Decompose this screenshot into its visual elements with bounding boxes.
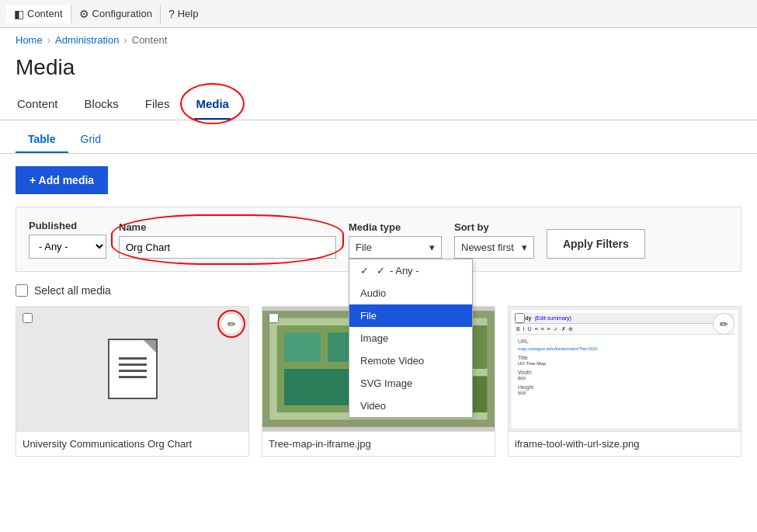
media-type-label: Media type [349, 221, 442, 233]
media-type-dropdown-wrap: File ▾ ✓ - Any - Audio File Image [349, 236, 442, 259]
nav-configuration[interactable]: ⚙ Configuration [71, 5, 161, 23]
media-thumb: Body (Edit summary) B I U ≡ ≡ ≡ ✓ ✗ ⊕ UR… [509, 307, 741, 431]
dropdown-item-audio[interactable]: Audio [349, 282, 472, 304]
sort-filter-group: Sort by Newest first ▾ [454, 221, 534, 259]
chevron-down-icon: ▾ [522, 242, 527, 253]
published-label: Published [29, 220, 106, 231]
media-card-edit-button[interactable]: ✏ [221, 313, 242, 335]
dropdown-item-svg-image[interactable]: SVG Image [349, 372, 472, 395]
add-media-button[interactable]: + Add media [16, 166, 108, 194]
media-card-checkbox[interactable] [269, 313, 279, 323]
media-card-label: iframe-tool-with-url-size.png [509, 431, 741, 456]
dropdown-item-file[interactable]: File [349, 304, 472, 327]
sort-by-value: Newest first [461, 242, 514, 253]
name-input[interactable] [119, 236, 336, 259]
media-card: ✏ University Communications Org Chart [16, 306, 249, 457]
subnav-media-label: Media [196, 97, 229, 110]
top-navigation: ◧ Content ⚙ Configuration ? Help [0, 0, 757, 28]
media-card-label: University Communications Org Chart [16, 431, 248, 456]
nav-configuration-label: Configuration [92, 8, 152, 19]
select-all-checkbox[interactable] [16, 284, 28, 297]
media-thumb: ✏ [16, 307, 248, 431]
nav-help-label: Help [178, 8, 199, 19]
dropdown-item-any[interactable]: ✓ - Any - [349, 259, 472, 282]
svg-rect-6 [284, 332, 321, 361]
filter-row: Published - Any - Name Media type File ▾… [16, 207, 741, 272]
published-filter-group: Published - Any - [29, 220, 106, 259]
breadcrumb-administration[interactable]: Administration [55, 34, 119, 46]
sort-by-label: Sort by [454, 221, 534, 233]
checkmark-icon: ✓ [377, 265, 385, 276]
media-type-trigger[interactable]: File ▾ [349, 236, 442, 259]
chevron-down-icon: ▾ [429, 242, 435, 253]
apply-filters-button[interactable]: Apply Filters [547, 229, 645, 259]
breadcrumb-home[interactable]: Home [16, 34, 43, 46]
name-label: Name [119, 221, 336, 233]
nav-content-label: Content [27, 8, 63, 19]
select-all-label: Select all media [34, 284, 111, 297]
content-icon: ◧ [14, 8, 24, 20]
media-type-menu: ✓ - Any - Audio File Image Remote Video … [349, 259, 473, 418]
breadcrumb: Home › Administration › Content [0, 28, 757, 52]
configuration-icon: ⚙ [79, 8, 89, 20]
subnav-blocks[interactable]: Blocks [83, 89, 120, 120]
dropdown-item-remote-video[interactable]: Remote Video [349, 349, 472, 372]
published-select[interactable]: - Any - [29, 235, 106, 259]
subnav-content[interactable]: Content [16, 89, 60, 120]
subnav-media[interactable]: Media [194, 89, 231, 120]
page-title: Media [0, 52, 757, 89]
doc-preview [108, 339, 158, 399]
media-card: Body (Edit summary) B I U ≡ ≡ ≡ ✓ ✗ ⊕ UR… [508, 306, 741, 457]
subnav-files[interactable]: Files [144, 89, 172, 120]
media-type-value: File [356, 242, 372, 253]
help-icon: ? [168, 8, 175, 20]
dropdown-item-image[interactable]: Image [349, 327, 472, 349]
tab-grid[interactable]: Grid [68, 127, 113, 153]
media-card-checkbox[interactable] [515, 313, 525, 323]
media-card-edit-button-3[interactable]: ✏ [713, 313, 734, 335]
name-filter-group: Name [119, 221, 336, 259]
tab-table[interactable]: Table [16, 127, 68, 153]
media-type-filter-group: Media type File ▾ ✓ - Any - Audio File [349, 221, 442, 259]
nav-content[interactable]: ◧ Content [6, 5, 71, 23]
breadcrumb-current: Content [132, 34, 168, 46]
sort-by-select[interactable]: Newest first ▾ [454, 236, 534, 259]
sub-navigation: Content Blocks Files Media [0, 89, 757, 120]
dropdown-item-video[interactable]: Video [349, 395, 472, 417]
nav-help[interactable]: ? Help [161, 5, 207, 23]
media-card-label: Tree-map-in-iframe.jpg [262, 431, 495, 456]
view-tabs: Table Grid [0, 127, 757, 154]
media-card-checkbox[interactable] [23, 313, 33, 323]
name-input-wrap [119, 236, 336, 259]
